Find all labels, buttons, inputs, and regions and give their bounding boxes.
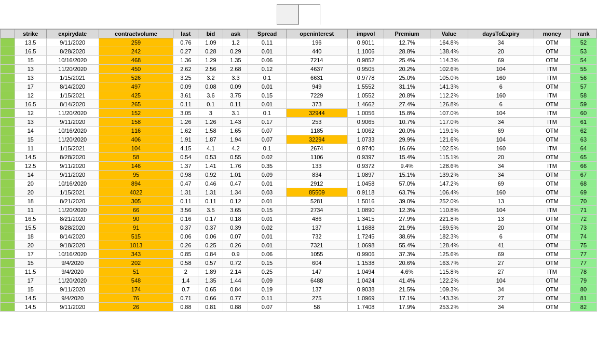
cell-row27-col13: OTM — [534, 276, 570, 285]
cell-row10-col0 — [1, 127, 15, 135]
cell-row0-col0 — [1, 38, 15, 47]
cell-row24-col9: 0.9906 — [348, 250, 384, 259]
cell-row2-col9: 0.9852 — [348, 56, 384, 65]
cell-row29-col12: 27 — [468, 294, 534, 303]
col-header-strike: strike — [15, 30, 47, 38]
col-header-spread: Spread — [248, 30, 286, 38]
cell-row15-col14: 67 — [570, 171, 596, 179]
cell-row23-col5: 0.25 — [198, 241, 223, 250]
cell-row5-col10: 31.1% — [384, 82, 430, 91]
cell-row7-col0 — [1, 100, 15, 109]
cell-row11-col14: 63 — [570, 135, 596, 144]
cell-row13-col6: 0.55 — [223, 153, 248, 162]
cell-row24-col10: 37.3% — [384, 250, 430, 259]
cell-row7-col7: 0.01 — [248, 100, 286, 109]
cell-row24-col5: 0.84 — [198, 250, 223, 259]
cell-row10-col8: 1185 — [286, 127, 347, 135]
cell-row23-col14: 75 — [570, 241, 596, 250]
cell-row0-col1: 13.5 — [15, 38, 47, 47]
cell-row22-col0 — [1, 232, 15, 241]
cell-row19-col1: 11 — [15, 206, 47, 215]
col-header-rank: rank — [570, 30, 596, 38]
cell-row18-col12: 13 — [468, 197, 534, 206]
cell-row20-col0 — [1, 215, 15, 223]
table-row: 1111/20/2020663.563.53.650.1527341.08901… — [1, 206, 597, 215]
cell-row6-col8: 7229 — [286, 91, 347, 100]
cell-row3-col0 — [1, 65, 15, 74]
table-row: 1410/16/20201161.621.581.650.0711851.006… — [1, 127, 597, 135]
cell-row20-col11: 221.8% — [430, 215, 468, 223]
table-row: 201/15/202140221.311.311.340.03855090.91… — [1, 188, 597, 197]
cell-row0-col12: 34 — [468, 38, 534, 47]
cell-row28-col0 — [1, 285, 15, 294]
cell-row2-col2: 10/16/2020 — [46, 56, 99, 65]
cell-row18-col3: 305 — [99, 197, 173, 206]
cell-row30-col13: OTM — [534, 303, 570, 312]
cell-row10-col6: 1.65 — [223, 127, 248, 135]
cell-row26-col0 — [1, 268, 15, 276]
back-to-main-button[interactable] — [277, 4, 298, 25]
cell-row24-col0 — [1, 250, 15, 259]
cell-row20-col5: 0.17 — [198, 215, 223, 223]
cell-row22-col7: 0.01 — [248, 232, 286, 241]
cell-row16-col6: 0.47 — [223, 179, 248, 188]
cell-row28-col1: 15 — [15, 285, 47, 294]
table-row: 11.59/4/20205121.892.140.251471.04944.6%… — [1, 268, 597, 276]
cell-row11-col1: 15 — [15, 135, 47, 144]
table-row: 159/4/20202020.580.570.720.156041.153820… — [1, 259, 597, 268]
cell-row23-col13: OTM — [534, 241, 570, 250]
cell-row3-col6: 2.68 — [223, 65, 248, 74]
cell-row21-col5: 0.37 — [198, 223, 223, 232]
cell-row30-col3: 26 — [99, 303, 173, 312]
cell-row6-col7: 0.15 — [248, 91, 286, 100]
cell-row10-col2: 10/16/2020 — [46, 127, 99, 135]
cell-row30-col0 — [1, 303, 15, 312]
cell-row18-col0 — [1, 197, 15, 206]
cell-row7-col6: 0.11 — [223, 100, 248, 109]
cell-row17-col7: 0.03 — [248, 188, 286, 197]
cell-row0-col2: 9/11/2020 — [46, 38, 99, 47]
cell-row10-col4: 1.62 — [173, 127, 198, 135]
col-header-ask: ask — [223, 30, 248, 38]
cell-row6-col11: 112.2% — [430, 91, 468, 100]
cell-row14-col5: 1.41 — [198, 162, 223, 171]
cell-row14-col13: ITM — [534, 162, 570, 171]
cell-row13-col0 — [1, 153, 15, 162]
cell-row26-col8: 147 — [286, 268, 347, 276]
cell-row21-col3: 91 — [99, 223, 173, 232]
cell-row21-col1: 15.5 — [15, 223, 47, 232]
cell-row26-col5: 1.89 — [198, 268, 223, 276]
cell-row28-col5: 0.65 — [198, 285, 223, 294]
cell-row20-col7: 0.01 — [248, 215, 286, 223]
cell-row17-col2: 1/15/2021 — [46, 188, 99, 197]
cell-row26-col6: 2.14 — [223, 268, 248, 276]
cell-row9-col8: 253 — [286, 118, 347, 127]
cell-row11-col5: 1.87 — [198, 135, 223, 144]
cell-row17-col1: 20 — [15, 188, 47, 197]
cell-row13-col5: 0.53 — [198, 153, 223, 162]
cell-row14-col1: 12.5 — [15, 162, 47, 171]
cell-row5-col3: 497 — [99, 82, 173, 91]
put-ranks-button[interactable] — [298, 4, 320, 25]
cell-row1-col5: 0.28 — [198, 47, 223, 56]
cell-row11-col10: 29.9% — [384, 135, 430, 144]
cell-row18-col8: 5281 — [286, 197, 347, 206]
cell-row9-col5: 1.26 — [198, 118, 223, 127]
cell-row19-col3: 66 — [99, 206, 173, 215]
cell-row5-col6: 0.09 — [223, 82, 248, 91]
cell-row8-col11: 107.0% — [430, 109, 468, 118]
cell-row14-col8: 133 — [286, 162, 347, 171]
cell-row12-col7: 0.1 — [248, 144, 286, 153]
cell-row8-col5: 3 — [198, 109, 223, 118]
cell-row3-col2: 11/20/2020 — [46, 65, 99, 74]
cell-row3-col12: 104 — [468, 65, 534, 74]
cell-row8-col3: 152 — [99, 109, 173, 118]
cell-row22-col10: 38.6% — [384, 232, 430, 241]
cell-row24-col2: 10/16/2020 — [46, 250, 99, 259]
cell-row20-col10: 27.9% — [384, 215, 430, 223]
cell-row25-col7: 0.15 — [248, 259, 286, 268]
cell-row26-col12: 27 — [468, 268, 534, 276]
cell-row29-col14: 81 — [570, 294, 596, 303]
cell-row19-col4: 3.56 — [173, 206, 198, 215]
cell-row30-col11: 253.2% — [430, 303, 468, 312]
